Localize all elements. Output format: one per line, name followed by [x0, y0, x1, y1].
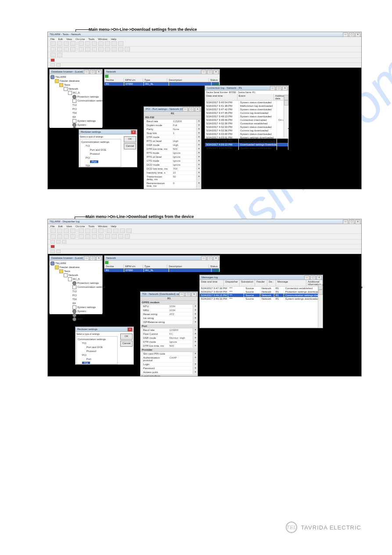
dlg-pci[interactable]: PCI	[86, 156, 90, 159]
tb-btn[interactable]	[64, 41, 69, 46]
dropdown-icon[interactable]: ▾	[193, 340, 198, 344]
setting-row[interactable]: DTR low time, ms500▾	[140, 344, 198, 348]
tb-btn[interactable]	[56, 240, 61, 243]
tb-btn[interactable]	[70, 41, 76, 46]
log-row[interactable]: 5/24/2017 4:02:36 PMComms log downloaded	[205, 129, 288, 132]
dropdown-icon[interactable]: ▾	[193, 328, 198, 332]
menu-online[interactable]: On-Line	[76, 38, 85, 40]
dropdown-icon[interactable]: ▾	[196, 163, 201, 167]
maximize-button[interactable]: ▢	[349, 33, 354, 37]
tb-btn[interactable]	[79, 41, 84, 46]
panel-min[interactable]: —	[304, 276, 309, 280]
tb-btn[interactable]	[79, 47, 84, 51]
log-row[interactable]: 5/24/2017 4:02:30 PMConnection establish…	[205, 122, 288, 125]
dlg-port-dce[interactable]: Port and DCE	[86, 346, 103, 348]
col-feeder[interactable]: Feeder	[255, 280, 267, 286]
tb-btn[interactable]	[105, 234, 110, 239]
tb-btn[interactable]	[56, 63, 61, 67]
stop-icon[interactable]	[108, 261, 112, 264]
setting-row[interactable]: Authentication protocolCHAP▾	[140, 356, 198, 363]
tree-protection[interactable]: Protection settings	[77, 282, 99, 284]
dlg-tdi[interactable]: TDI	[86, 164, 90, 167]
col-type[interactable]: Type	[143, 78, 168, 82]
setting-row[interactable]: Access point▾	[140, 370, 198, 374]
scrollbar[interactable]	[284, 95, 288, 138]
maximize-button[interactable]: ▢	[349, 220, 354, 224]
log-row[interactable]: 5/24/2017 4:03:02 PMProtection settings …	[205, 139, 288, 143]
tb-btn[interactable]	[50, 250, 55, 253]
menu-view[interactable]: View	[66, 38, 72, 40]
dropdown-icon[interactable]: ▾	[196, 139, 201, 143]
panel-max[interactable]: ▢	[276, 86, 281, 91]
tb-btn[interactable]	[79, 234, 84, 239]
panel-max[interactable]: ▢	[310, 276, 316, 280]
tb-btn[interactable]	[118, 47, 123, 51]
setting-row[interactable]: MRU1034▾	[140, 308, 198, 312]
tb-btn[interactable]	[111, 234, 117, 239]
dropdown-icon[interactable]: ▾	[196, 151, 201, 155]
cancel-button[interactable]: Cancel	[124, 143, 136, 149]
panel-close[interactable]: ✕	[316, 276, 322, 280]
setting-row[interactable]: Login▾	[140, 363, 198, 366]
dropdown-icon[interactable]: ▾	[193, 344, 198, 348]
col-status[interactable]: Status	[209, 78, 219, 82]
dropdown-icon[interactable]: ▾	[193, 305, 198, 308]
tree-system[interactable]: System	[77, 310, 86, 312]
menu-help[interactable]: Help	[111, 38, 116, 40]
tree-tests[interactable]: Tests	[64, 83, 70, 86]
stop-icon[interactable]	[50, 58, 55, 62]
tb-btn[interactable]	[57, 47, 62, 51]
dropdown-icon[interactable]: ▾	[193, 308, 198, 312]
panel-min[interactable]: —	[84, 70, 89, 74]
setting-row[interactable]: CTS modeIgnore▾	[144, 159, 201, 163]
menu-file[interactable]: File	[50, 225, 55, 228]
col-message[interactable]: Message	[276, 280, 306, 286]
dropdown-icon[interactable]: ▾	[196, 143, 201, 147]
tb-btn[interactable]	[57, 41, 62, 46]
panel-max[interactable]: ▢	[207, 256, 212, 261]
tb-btn[interactable]	[107, 229, 112, 233]
panel-max[interactable]: ▢	[185, 292, 191, 297]
col-date[interactable]: Date and time	[200, 280, 224, 286]
tree-root[interactable]: TELARM	[55, 262, 66, 265]
menu-tools[interactable]: Tools	[88, 225, 94, 228]
tb-btn[interactable]	[92, 47, 97, 51]
col-mpm[interactable]: MPM s/n	[124, 78, 143, 82]
tree-protection[interactable]: Protection settings	[77, 95, 99, 98]
tree-pci[interactable]: PCI	[72, 108, 77, 110]
menu-window[interactable]: Window	[98, 225, 107, 228]
setting-row[interactable]: DCD low time, ms700▾	[144, 167, 201, 171]
dialog-close[interactable]: ✕	[131, 130, 136, 134]
tb-btn[interactable]	[92, 234, 97, 239]
setting-row[interactable]: Transmission delay, ms50▾	[144, 175, 201, 181]
log-row[interactable]: 5/24/2017 3:47:45 PMComms log downloaded	[205, 111, 288, 115]
setting-row[interactable]: Inactivity time, s15▾	[144, 171, 201, 175]
panel-close[interactable]: ✕	[195, 107, 200, 112]
dropdown-icon[interactable]: ▾	[193, 332, 198, 336]
panel-min[interactable]: —	[84, 256, 89, 261]
dlg-protocol[interactable]: Protocol	[90, 152, 100, 155]
minimize-button[interactable]: —	[343, 33, 348, 37]
msg-row[interactable]: 5/24/2017 3:49:16 PM***SourceNetworkR1Sy…	[200, 297, 323, 301]
log-row-selected[interactable]: 5/24/2017 4:03:13 PMDownloaded settings …	[205, 143, 288, 146]
menu-view[interactable]: View	[66, 225, 72, 228]
tree-ubdg[interactable]: UBDG	[77, 127, 85, 128]
menu-online[interactable]: On-Line	[76, 225, 85, 228]
menu-tools[interactable]: Tools	[88, 38, 94, 40]
stop-icon[interactable]	[50, 245, 55, 248]
dlg-tdi-selected[interactable]: TDI	[82, 362, 90, 364]
dropdown-icon[interactable]: ▾	[196, 147, 201, 151]
log-row[interactable]: 5/24/2017 3:47:42 PMSystem status downlo…	[205, 108, 288, 111]
panel-max[interactable]: ▢	[90, 256, 95, 261]
panel-min[interactable]: —	[201, 70, 206, 74]
tree-pci[interactable]: PCI	[72, 294, 77, 297]
log-row[interactable]: 5/24/2017 3:48:49 PMConnection interrupt…	[205, 118, 288, 122]
tb-btn[interactable]	[85, 47, 90, 51]
tb-btn[interactable]	[85, 229, 90, 233]
minimize-button[interactable]: —	[343, 220, 348, 224]
tree-comm[interactable]: Communication settings	[77, 286, 105, 289]
tb-btn[interactable]	[50, 234, 56, 239]
tb-btn[interactable]	[105, 47, 110, 51]
tree-feeder[interactable]: Feeder database	[60, 80, 79, 82]
close-button[interactable]: ✕	[355, 33, 360, 37]
